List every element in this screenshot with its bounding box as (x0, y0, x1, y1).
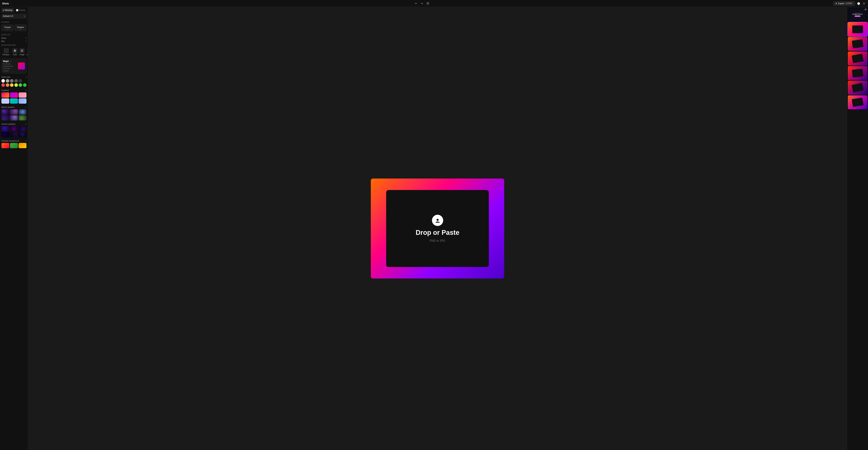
color-swatch[interactable] (19, 83, 22, 87)
scene-portrait-sub: None (2, 28, 12, 30)
frame-dropdown-wrapper: Default 4:3 Default 16:9 Default 1:1 Cus… (1, 14, 27, 19)
bg-unsplash-button[interactable]: ⬆ Unsplash (26, 47, 28, 56)
cosmic-swatch[interactable] (1, 132, 9, 137)
bg-color-button[interactable]: Color (12, 47, 18, 56)
export-button[interactable]: ⬇ Export 1× PNG (833, 1, 855, 6)
background-buttons: Transpar... Color 🖼 Image ⬆ Unsplash (0, 47, 28, 58)
preview-v4[interactable] (848, 81, 867, 95)
topbar: Shots › ↩ ↪ ⛓ ⬇ Export 1× PNG 🕐 ⚙ (0, 0, 868, 7)
preview-v1[interactable] (848, 37, 867, 51)
color-swatch[interactable] (1, 79, 5, 83)
scene-shadow[interactable]: Shadow None (14, 25, 27, 31)
mystic-swatch[interactable] (10, 115, 18, 121)
solid-color-grid (0, 79, 28, 88)
history-button[interactable]: 🕐 (857, 1, 861, 6)
color-swatch[interactable] (10, 83, 13, 87)
cosmic-swatch[interactable] (19, 126, 27, 131)
export-badge: 1× PNG (845, 2, 853, 5)
magic-title: Magic ✦ (3, 60, 17, 62)
gradient-header[interactable]: Gradient ▾ (0, 88, 28, 92)
color-swatch[interactable] (19, 79, 22, 83)
desktop-swatch[interactable] (19, 143, 27, 148)
cosmic-swatch[interactable] (10, 132, 18, 137)
cosmic-swatch[interactable] (10, 126, 18, 131)
color-swatch[interactable] (14, 79, 18, 83)
gradient-swatch[interactable] (19, 92, 27, 98)
topbar-right: ⬇ Export 1× PNG 🕐 ⚙ (833, 1, 866, 6)
preview-v3[interactable] (848, 66, 867, 80)
settings-button[interactable]: ⚙ (862, 1, 866, 6)
blur-row: Blur 0 (0, 40, 28, 43)
color-swatch[interactable] (6, 83, 9, 87)
cosmic-chevron-icon: ▾ (26, 123, 27, 125)
mystic-swatch[interactable] (19, 109, 27, 115)
scenes-label: SCENES (0, 20, 28, 24)
color-swatch[interactable] (14, 83, 18, 87)
preview-active-inner (848, 22, 867, 36)
preview-v2-bg (848, 52, 867, 65)
frame-dropdown[interactable]: Default 4:3 Default 16:9 Default 1:1 Cus… (1, 14, 27, 19)
drop-icon (432, 215, 443, 226)
canvas-area[interactable]: Drop or Paste PNG or JPG (28, 7, 847, 450)
harmony-title: Design Service (852, 13, 863, 15)
cosmic-swatch[interactable] (19, 132, 27, 137)
mystic-swatch[interactable] (1, 109, 9, 115)
gradient-swatch[interactable] (1, 98, 9, 104)
preview-v4-bg (848, 81, 867, 95)
preview-active-bg (848, 22, 867, 36)
mystic-gradient-header[interactable]: Mystic gradient ▾ (0, 105, 28, 109)
noise-row: Noise 0 (0, 36, 28, 40)
color-swatch[interactable] (6, 79, 9, 83)
magic-section[interactable]: Magic ✦ Generate backgrounds from your i… (1, 58, 27, 73)
gradient-grid (0, 92, 28, 105)
undo-button[interactable]: ↩ (414, 1, 418, 6)
mystic-swatch[interactable] (10, 109, 18, 115)
mystic-swatch[interactable] (19, 115, 27, 121)
noise-value: 0 (26, 37, 27, 39)
preview-harmony[interactable]: Harmony Design Service 50% OFF ✕ (848, 8, 867, 22)
desktop-bg-header[interactable]: Desktop background ▾ (0, 139, 28, 142)
gradient-swatch[interactable] (10, 98, 18, 104)
preview-close-button[interactable]: ✕ (864, 8, 867, 11)
frame-dropdown-row: Default 4:3 Default 16:9 Default 1:1 Cus… (0, 12, 28, 20)
desktop-swatch[interactable] (10, 143, 18, 148)
topbar-center: ↩ ↪ ⛓ (414, 1, 430, 6)
effects-label: EFFECTS (0, 32, 28, 36)
scene-portrait[interactable]: Portrait None (1, 25, 13, 31)
main-layout: ⊡ Mockup ⬜ Frame Default 4:3 Default 16:… (0, 7, 868, 450)
gradient-swatch[interactable] (1, 92, 9, 98)
color-swatch[interactable] (1, 83, 5, 87)
bg-transparent-button[interactable]: Transpar... (1, 47, 11, 56)
desktop-bg-title: Desktop background (1, 140, 19, 142)
redo-button[interactable]: ↪ (420, 1, 424, 6)
preview-v3-mockup (852, 69, 863, 77)
gradient-swatch[interactable] (19, 98, 27, 104)
preview-v1-bg (848, 37, 867, 51)
mystic-swatch[interactable] (1, 115, 9, 121)
gradient-swatch[interactable] (10, 92, 18, 98)
cosmic-swatch[interactable] (1, 126, 9, 131)
cosmic-gradient-header[interactable]: Cosmic gradient ▾ (0, 122, 28, 126)
color-swatch[interactable] (23, 83, 27, 87)
scene-shadow-sub: None (16, 28, 26, 30)
export-label: Export (838, 2, 844, 5)
canvas-drop-zone[interactable]: Drop or Paste PNG or JPG (386, 190, 489, 267)
link-button[interactable]: ⛓ (426, 1, 430, 6)
color-swatch[interactable] (23, 79, 27, 83)
preview-v5[interactable] (848, 95, 867, 109)
tab-mockup[interactable]: ⊡ Mockup (1, 8, 14, 12)
desktop-swatch[interactable] (1, 143, 9, 148)
bg-image-button[interactable]: 🖼 Image (19, 47, 25, 56)
preview-v2[interactable] (848, 52, 867, 65)
svg-point-0 (436, 219, 439, 221)
blur-label: Blur (1, 40, 5, 42)
preview-v2-mockup (852, 54, 864, 63)
color-swatch[interactable] (10, 79, 13, 83)
blur-value: 0 (26, 40, 27, 42)
transparent-icon (4, 48, 9, 53)
export-icon: ⬇ (835, 2, 837, 5)
solid-color-header[interactable]: Solid color ▾ (0, 75, 28, 79)
tab-frame[interactable]: ⬜ Frame (14, 8, 27, 12)
preview-active[interactable] (848, 22, 867, 36)
drop-subtitle: PNG or JPG (430, 239, 445, 242)
